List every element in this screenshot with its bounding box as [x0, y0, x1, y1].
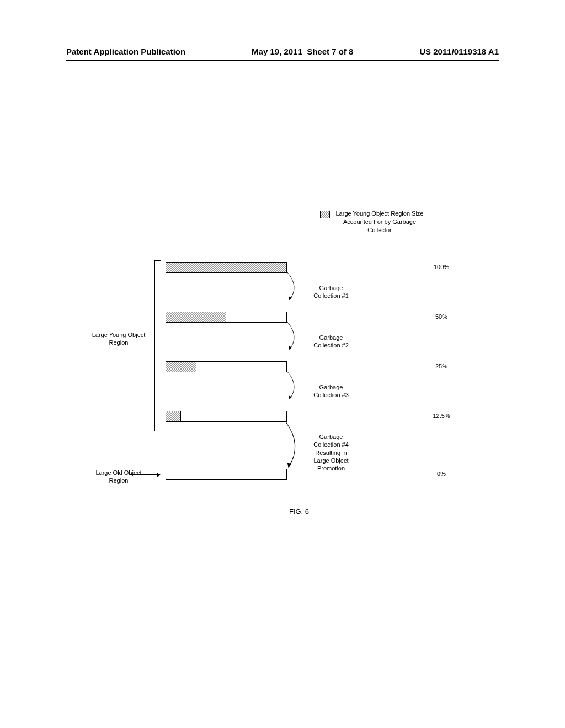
- young-region-label: Large Young Object Region: [86, 331, 152, 347]
- gc3-label: Garbage Collection #3: [301, 383, 361, 399]
- bar-25: [166, 361, 287, 372]
- pct-100: 100%: [419, 264, 463, 270]
- pub-date-sheet: May 19, 2011 Sheet 7 of 8: [252, 47, 353, 56]
- legend-swatch: [320, 211, 330, 218]
- publication-type: Patent Application Publication: [66, 47, 185, 56]
- gc1-label: Garbage Collection #1: [301, 284, 361, 300]
- gc2-label: Garbage Collection #2: [301, 334, 361, 350]
- pub-number: US 2011/0119318 A1: [419, 47, 499, 56]
- sheet-num: Sheet 7 of 8: [307, 47, 353, 56]
- gc4-label: Garbage Collection #4 Resulting in Large…: [301, 433, 361, 472]
- pub-date: May 19, 2011: [252, 47, 302, 56]
- pct-50: 50%: [419, 313, 463, 320]
- bar-100: [166, 262, 287, 273]
- young-region-bracket: [154, 260, 161, 431]
- bar-12: [166, 411, 287, 422]
- pct-25: 25%: [419, 363, 463, 370]
- old-region-arrow: [130, 474, 160, 475]
- page-header: Patent Application Publication May 19, 2…: [66, 47, 499, 61]
- legend-text: Large Young Object Region Size Accounted…: [335, 210, 424, 234]
- figure-caption: FIG. 6: [66, 507, 532, 516]
- pct-0: 0%: [419, 470, 463, 477]
- legend: Large Young Object Region Size Accounted…: [320, 210, 424, 234]
- pct-12: 12.5%: [419, 413, 463, 419]
- bar-50: [166, 312, 287, 323]
- percent-column-header-rule: [396, 240, 490, 244]
- old-region-label: Large Old Object Region: [86, 469, 152, 485]
- bar-0-old: [166, 469, 287, 480]
